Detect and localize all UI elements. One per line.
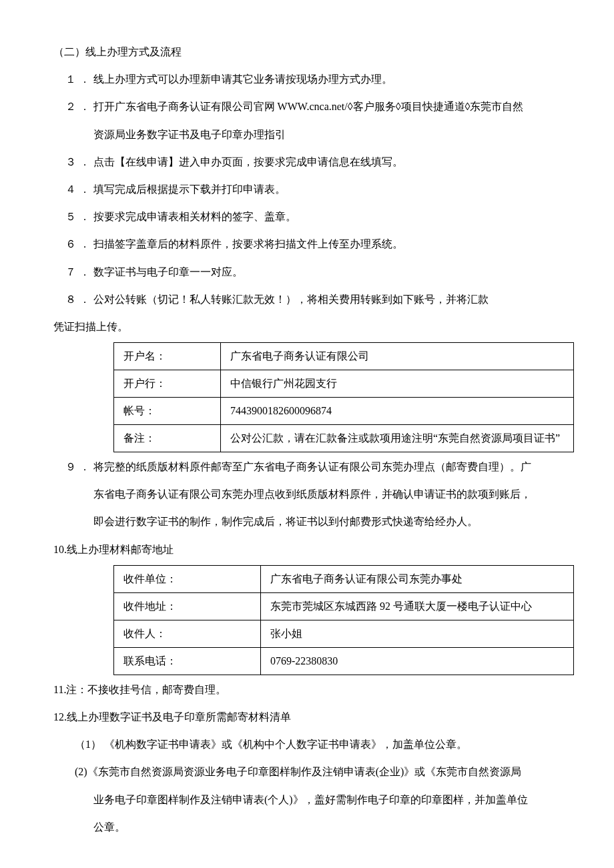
table-row: 收件单位： 广东省电子商务认证有限公司东莞办事处 <box>114 565 574 592</box>
list-item-4: ４．填写完成后根据提示下载并打印申请表。 <box>65 177 561 201</box>
table-row: 收件人： 张小姐 <box>114 620 574 647</box>
cell-label: 开户行： <box>114 370 221 398</box>
list-item-10: 10.线上办理材料邮寄地址 <box>53 538 561 561</box>
list-text: 按要求完成申请表相关材料的签字、盖章。 <box>93 211 296 222</box>
cell-value: 张小姐 <box>261 620 574 647</box>
list-item-1: １．线上办理方式可以办理新申请其它业务请按现场办理方式办理。 <box>65 67 561 91</box>
table-row: 收件地址： 东莞市莞城区东城西路 92 号通联大厦一楼电子认证中心 <box>114 592 574 620</box>
cell-value: 0769-22380830 <box>261 647 574 675</box>
list-text: 数字证书与电子印章一一对应。 <box>93 266 243 278</box>
list-text: 点击【在线申请】进入申办页面，按要求完成申请信息在线填写。 <box>93 156 403 167</box>
list-num: ５． <box>65 211 93 222</box>
list-text: 填写完成后根据提示下载并打印申请表。 <box>93 183 286 195</box>
sub-item-12-2-cont1: 业务电子印章图样制作及注销申请表(个人)》，盖好需制作电子印章的印章图样，并加盖… <box>93 788 561 811</box>
sub-item-12-2: (2)《东莞市自然资源局资源业务电子印章图样制作及注销申请表(企业)》或《东莞市… <box>75 760 561 783</box>
list-num: ９． <box>65 461 93 472</box>
cell-value: 中信银行广州花园支行 <box>221 370 574 398</box>
table-row: 开户行： 中信银行广州花园支行 <box>114 370 574 398</box>
cell-label: 收件人： <box>114 620 261 647</box>
list-item-9-cont2: 即会进行数字证书的制作，制作完成后，将证书以到付邮费形式快递寄给经办人。 <box>53 510 561 533</box>
table-row: 联系电话： 0769-22380830 <box>114 647 574 675</box>
list-item-11: 11.注：不接收挂号信，邮寄费自理。 <box>53 678 561 701</box>
table-row: 帐号： 7443900182600096874 <box>114 398 574 425</box>
cell-value: 7443900182600096874 <box>221 398 574 425</box>
list-item-9-cont1: 东省电子商务认证有限公司东莞办理点收到纸质版材料原件，并确认申请证书的款项到账后… <box>53 482 561 506</box>
list-text: 扫描签字盖章后的材料原件，按要求将扫描文件上传至办理系统。 <box>93 238 403 250</box>
mailing-info-table: 收件单位： 广东省电子商务认证有限公司东莞办事处 收件地址： 东莞市莞城区东城西… <box>113 565 574 675</box>
list-item-5: ５．按要求完成申请表相关材料的签字、盖章。 <box>65 205 561 228</box>
sub-item-12-2-cont2: 公章。 <box>93 815 561 839</box>
cell-label: 联系电话： <box>114 647 261 675</box>
list-item-12: 12.线上办理数字证书及电子印章所需邮寄材料清单 <box>53 705 561 729</box>
list-text: 公对公转账（切记！私人转账汇款无效！），将相关费用转账到如下账号，并将汇款 <box>93 294 489 305</box>
list-item-7: ７．数字证书与电子印章一一对应。 <box>65 260 561 284</box>
cell-value: 东莞市莞城区东城西路 92 号通联大厦一楼电子认证中心 <box>261 592 574 620</box>
list-item-2: ２．打开广东省电子商务认证有限公司官网 WWW.cnca.net/◊客户服务◊项… <box>65 95 561 118</box>
table-row: 备注： 公对公汇款，请在汇款备注或款项用途注明“东莞自然资源局项目证书” <box>114 425 574 452</box>
cell-value: 广东省电子商务认证有限公司 <box>221 343 574 370</box>
list-num: ４． <box>65 183 93 195</box>
list-num: ７． <box>65 266 93 278</box>
cell-label: 开户名： <box>114 343 221 370</box>
cell-label: 收件地址： <box>114 592 261 620</box>
list-item-3: ３．点击【在线申请】进入申办页面，按要求完成申请信息在线填写。 <box>65 150 561 173</box>
cell-label: 收件单位： <box>114 565 261 592</box>
cell-value: 广东省电子商务认证有限公司东莞办事处 <box>261 565 574 592</box>
list-text: 将完整的纸质版材料原件邮寄至广东省电子商务认证有限公司东莞办理点（邮寄费自理）。… <box>93 461 531 472</box>
table-row: 开户名： 广东省电子商务认证有限公司 <box>114 343 574 370</box>
sub-item-12-1: （1） 《机构数字证书申请表》或《机构中个人数字证书申请表》，加盖单位公章。 <box>75 733 561 756</box>
list-num: ６． <box>65 238 93 250</box>
cell-label: 备注： <box>114 425 221 452</box>
bank-info-table: 开户名： 广东省电子商务认证有限公司 开户行： 中信银行广州花园支行 帐号： 7… <box>113 342 574 452</box>
list-item-8-cont: 凭证扫描上传。 <box>53 315 561 338</box>
list-item-8: ８．公对公转账（切记！私人转账汇款无效！），将相关费用转账到如下账号，并将汇款 <box>65 288 561 311</box>
list-text: 线上办理方式可以办理新申请其它业务请按现场办理方式办理。 <box>93 73 392 85</box>
list-num: １． <box>65 73 93 85</box>
list-num: ２． <box>65 101 93 112</box>
list-item-6: ６．扫描签字盖章后的材料原件，按要求将扫描文件上传至办理系统。 <box>65 232 561 256</box>
cell-label: 帐号： <box>114 398 221 425</box>
section-title: （二）线上办理方式及流程 <box>53 40 561 63</box>
list-num: ８． <box>65 294 93 305</box>
list-num: ３． <box>65 156 93 167</box>
cell-value: 公对公汇款，请在汇款备注或款项用途注明“东莞自然资源局项目证书” <box>221 425 574 452</box>
list-item-2-cont: 资源局业务数字证书及电子印章办理指引 <box>53 123 561 146</box>
list-item-9: ９．将完整的纸质版材料原件邮寄至广东省电子商务认证有限公司东莞办理点（邮寄费自理… <box>65 455 561 478</box>
list-text: 打开广东省电子商务认证有限公司官网 WWW.cnca.net/◊客户服务◊项目快… <box>93 101 524 112</box>
